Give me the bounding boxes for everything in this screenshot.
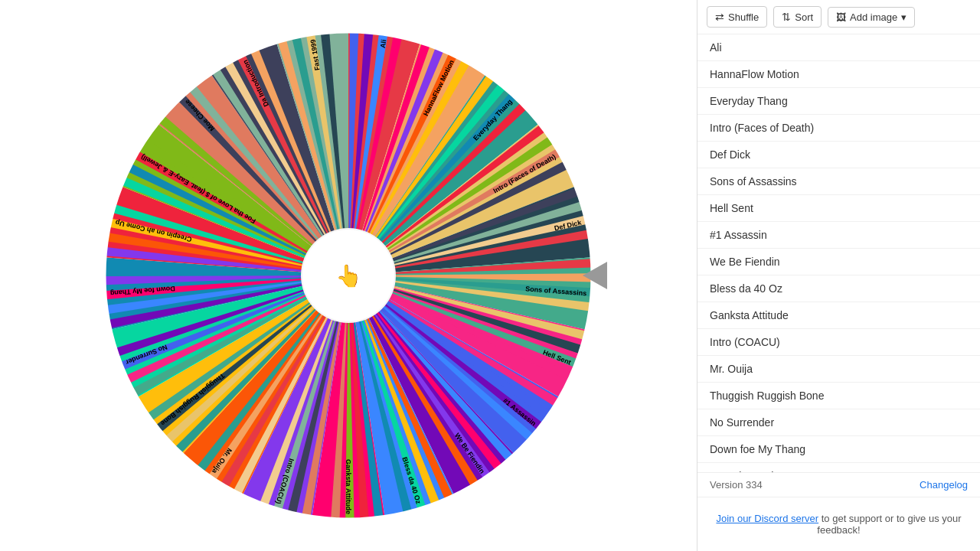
wheel-pointer bbox=[583, 262, 607, 289]
list-item[interactable]: Thuggish Ruggish Bone bbox=[697, 383, 980, 409]
list-item[interactable]: Bless da 40 Oz bbox=[697, 276, 980, 302]
cursor-icon: 👆 bbox=[335, 263, 362, 289]
wheel-panel: 👆 bbox=[0, 0, 697, 551]
shuffle-icon: ⇄ bbox=[715, 11, 724, 23]
image-icon: 🖼 bbox=[836, 11, 846, 23]
list-item[interactable]: Def Dick bbox=[697, 142, 980, 168]
toolbar: ⇄ Shuffle ⇅ Sort 🖼 Add image ▾ bbox=[697, 0, 980, 34]
list-item[interactable]: Hell Sent bbox=[697, 195, 980, 222]
list-item[interactable]: No Surrender bbox=[697, 409, 980, 436]
sort-icon: ⇅ bbox=[782, 11, 791, 23]
footer-bar: Version 334 Changelog bbox=[697, 472, 980, 497]
add-image-label: Add image bbox=[850, 11, 897, 23]
sort-label: Sort bbox=[795, 11, 813, 23]
list-item[interactable]: Intro (Faces of Death) bbox=[697, 115, 980, 142]
list-item[interactable]: #1 Assassin bbox=[697, 222, 980, 249]
discord-text: to get support or to give us your feedba… bbox=[817, 513, 961, 536]
version-text: Version 334 bbox=[710, 479, 763, 491]
list-item[interactable]: Everyday Thang bbox=[697, 88, 980, 115]
dropdown-arrow-icon: ▾ bbox=[901, 11, 906, 23]
list-item[interactable]: HannaFlow Motion bbox=[697, 61, 980, 88]
discord-bar: Join our Discord server to get support o… bbox=[697, 497, 980, 551]
list-item[interactable]: Sons of Assassins bbox=[697, 168, 980, 195]
right-panel: ⇄ Shuffle ⇅ Sort 🖼 Add image ▾ AliHannaF… bbox=[697, 0, 980, 551]
list-item[interactable]: Mr. Ouija bbox=[697, 356, 980, 383]
sort-button[interactable]: ⇅ Sort bbox=[773, 6, 822, 28]
discord-link[interactable]: Join our Discord server bbox=[716, 513, 818, 524]
list-item[interactable]: Creepin on ah Come Up bbox=[697, 463, 980, 472]
list-item[interactable]: Down foe My Thang bbox=[697, 436, 980, 463]
add-image-button[interactable]: 🖼 Add image ▾ bbox=[828, 7, 915, 28]
list-item[interactable]: Ali bbox=[697, 34, 980, 61]
shuffle-label: Shuffle bbox=[728, 11, 759, 23]
song-list[interactable]: AliHannaFlow MotionEveryday ThangIntro (… bbox=[697, 34, 980, 472]
changelog-link[interactable]: Changelog bbox=[920, 479, 968, 491]
wheel-container[interactable]: 👆 bbox=[103, 31, 593, 520]
shuffle-button[interactable]: ⇄ Shuffle bbox=[707, 6, 767, 28]
list-item[interactable]: Intro (COACU) bbox=[697, 329, 980, 356]
list-item[interactable]: We Be Fiendin bbox=[697, 249, 980, 276]
list-item[interactable]: Ganksta Attitude bbox=[697, 302, 980, 329]
